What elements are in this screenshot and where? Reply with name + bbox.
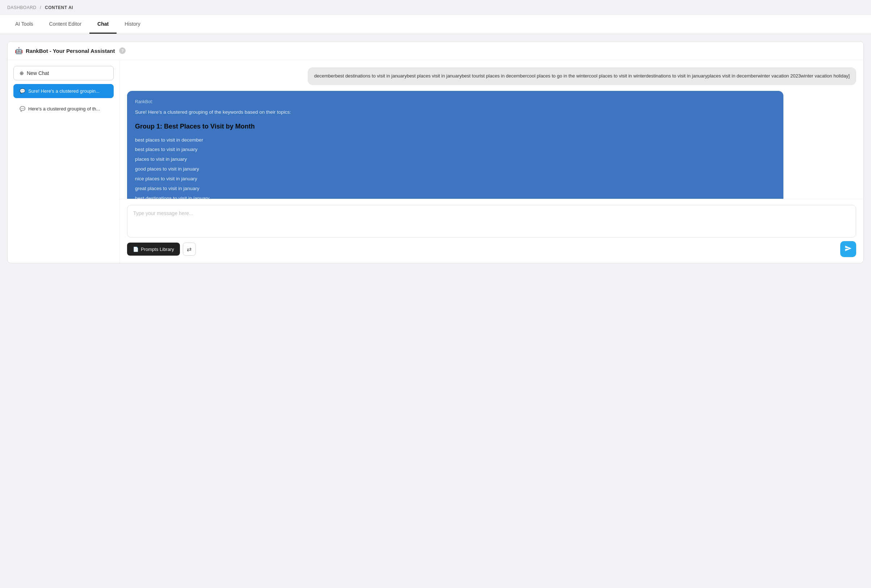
chat-input-area: Type your message here... 📄 Prompts Libr… bbox=[120, 199, 864, 263]
breadcrumb-current: CONTENT AI bbox=[45, 5, 73, 10]
breadcrumb-root: DASHBOARD bbox=[7, 5, 37, 10]
bot-message-1: RankBot: Sure! Here's a clustered groupi… bbox=[127, 91, 783, 199]
chat-input-actions: 📄 Prompts Library ⇄ bbox=[127, 241, 856, 257]
history-item-label-2: Here's a clustered grouping of th... bbox=[28, 106, 100, 112]
chat-body: ⊕ New Chat 💬 Sure! Here's a clustered gr… bbox=[7, 60, 864, 263]
page-body: 🤖 RankBot - Your Personal Assistant ? ⊕ … bbox=[0, 34, 871, 271]
send-button[interactable] bbox=[840, 241, 856, 257]
bot-intro: Sure! Here's a clustered grouping of the… bbox=[135, 108, 775, 117]
chat-main: decemberbest destinations to visit in ja… bbox=[120, 60, 864, 263]
prompts-library-icon: 📄 bbox=[133, 247, 139, 252]
tab-content-editor[interactable]: Content Editor bbox=[41, 15, 90, 34]
chat-header: 🤖 RankBot - Your Personal Assistant ? bbox=[7, 42, 864, 60]
chat-sidebar: ⊕ New Chat 💬 Sure! Here's a clustered gr… bbox=[7, 60, 120, 263]
tab-history[interactable]: History bbox=[117, 15, 148, 34]
history-item-label-1: Sure! Here's a clustered groupin... bbox=[28, 88, 100, 94]
keyword-item: best places to visit in january bbox=[135, 145, 775, 154]
history-item-2[interactable]: 💬 Here's a clustered grouping of th... bbox=[13, 102, 114, 116]
user-message-1: decemberbest destinations to visit in ja… bbox=[308, 67, 856, 85]
chat-title: RankBot - Your Personal Assistant bbox=[26, 48, 115, 54]
group-title: Group 1: Best Places to Visit by Month bbox=[135, 123, 775, 131]
rankbot-icon: 🤖 bbox=[15, 47, 23, 55]
history-item-1[interactable]: 💬 Sure! Here's a clustered groupin... bbox=[13, 84, 114, 98]
chat-container: 🤖 RankBot - Your Personal Assistant ? ⊕ … bbox=[7, 41, 864, 263]
breadcrumb: DASHBOARD / CONTENT AI bbox=[0, 0, 871, 15]
new-chat-label: New Chat bbox=[27, 70, 49, 76]
new-chat-button[interactable]: ⊕ New Chat bbox=[13, 66, 114, 80]
breadcrumb-separator: / bbox=[40, 5, 41, 10]
bot-sender-label: RankBot: bbox=[135, 98, 775, 105]
plus-icon: ⊕ bbox=[19, 70, 24, 76]
refresh-icon: ⇄ bbox=[187, 246, 192, 253]
send-icon bbox=[844, 245, 852, 254]
tab-ai-tools[interactable]: AI Tools bbox=[7, 15, 41, 34]
tab-chat[interactable]: Chat bbox=[90, 15, 117, 34]
tabs-bar: AI Tools Content Editor Chat History bbox=[0, 15, 871, 34]
keyword-item: places to visit in january bbox=[135, 155, 775, 164]
keyword-item: best destinations to visit in january bbox=[135, 195, 775, 199]
refresh-button[interactable]: ⇄ bbox=[183, 242, 196, 256]
keyword-item: nice places to visit in january bbox=[135, 175, 775, 183]
chat-input-box: Type your message here... bbox=[127, 205, 856, 238]
help-icon[interactable]: ? bbox=[119, 48, 126, 54]
keyword-list: best places to visit in december best pl… bbox=[135, 136, 775, 199]
prompts-library-button[interactable]: 📄 Prompts Library bbox=[127, 242, 180, 256]
chat-icon-2: 💬 bbox=[19, 106, 25, 112]
input-left-actions: 📄 Prompts Library ⇄ bbox=[127, 242, 196, 256]
prompts-library-label: Prompts Library bbox=[141, 247, 174, 252]
keyword-item: best places to visit in december bbox=[135, 136, 775, 144]
chat-messages: decemberbest destinations to visit in ja… bbox=[120, 60, 864, 199]
keyword-item: great places to visit in january bbox=[135, 185, 775, 193]
keyword-item: good places to visit in january bbox=[135, 165, 775, 174]
input-placeholder: Type your message here... bbox=[133, 210, 193, 216]
chat-icon-1: 💬 bbox=[19, 88, 25, 94]
